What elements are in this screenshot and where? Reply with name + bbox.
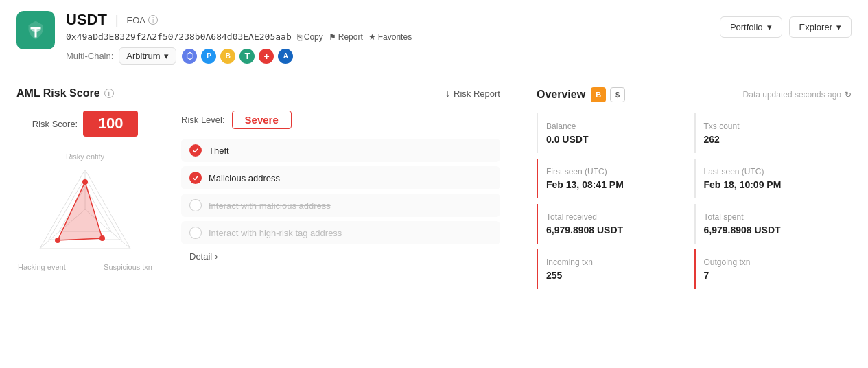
risk-row: Risk Score: 100 (16, 111, 500, 273)
risk-item-interact-high-risk: Interact with high-risk tag address (181, 221, 500, 244)
download-icon: ↓ (445, 88, 450, 99)
overview-header: Overview B $ Data updated seconds ago ↻ (537, 87, 852, 102)
total-received-value: 6,979.8908 USDT (546, 225, 694, 235)
chain-chevron-icon: ▾ (164, 51, 169, 61)
risk-score-label-row: Risk Score: 100 (32, 111, 138, 137)
incoming-txn-value: 255 (546, 270, 694, 281)
radar-chart: Risky entity Hacking event Suspicious tx… (16, 149, 154, 273)
svg-point-8 (82, 179, 88, 185)
chain-icons-list: ⬡ P B T + A (182, 49, 293, 64)
last-seen-value: Feb 18, 10:09 PM (704, 179, 852, 190)
outgoing-txn-value: 7 (704, 270, 852, 281)
chain-selected-value: Arbitrum (126, 51, 160, 61)
aml-section: AML Risk Score i ↓ Risk Report Risk Scor… (16, 87, 517, 295)
total-spent-value: 6,979.8908 USDT (704, 225, 852, 235)
star-icon: ★ (368, 32, 376, 42)
chain-row: Multi-Chain: Arbitrum ▾ ⬡ P B T + (66, 47, 412, 65)
bnb-icon[interactable]: B (220, 49, 235, 64)
total-spent-label: Total spent (704, 212, 852, 222)
portfolio-chevron-icon: ▾ (767, 22, 772, 32)
header-left: USDT | EOA i 0x49aDd3E8329f2A2f507238b0A… (16, 11, 412, 65)
stat-total-received: Total received 6,979.8908 USDT (537, 204, 694, 244)
svg-marker-7 (58, 182, 102, 240)
stat-incoming-txn: Incoming txn 255 (537, 249, 694, 289)
overview-section: Overview B $ Data updated seconds ago ↻ … (517, 87, 852, 295)
portfolio-button[interactable]: Portfolio ▾ (720, 16, 782, 38)
eoa-info-icon[interactable]: i (148, 15, 158, 25)
stats-grid: Balance 0.0 USDT Txs count 262 First see… (537, 113, 852, 295)
aml-info-icon[interactable]: i (104, 89, 114, 98)
detail-chevron-icon: › (215, 251, 218, 262)
refresh-icon[interactable]: ↻ (845, 90, 852, 100)
svg-point-10 (99, 235, 105, 241)
blue-chain-icon[interactable]: A (278, 49, 293, 64)
address-row: 0x49aDd3E8329f2A2f507238b0A684d03EAE205a… (66, 32, 412, 42)
tron-icon[interactable]: T (239, 49, 255, 64)
outgoing-txn-label: Outgoing txn (704, 257, 852, 267)
risk-level-value: Severe (232, 111, 292, 129)
copy-icon: ⎘ (297, 32, 302, 42)
copy-button[interactable]: ⎘ Copy (297, 32, 323, 42)
malicious-active-icon (189, 172, 202, 184)
stat-txs-count: Txs count 262 (694, 113, 852, 153)
explorer-button[interactable]: Explorer ▾ (789, 16, 852, 38)
risk-score-value: 100 (83, 111, 138, 137)
malicious-label: Malicious address (209, 173, 280, 183)
report-icon: ⚑ (329, 32, 336, 42)
chain-label: Multi-Chain: (66, 51, 113, 61)
usd-badge[interactable]: $ (610, 87, 625, 102)
radar-label-top: Risky entity (66, 152, 104, 161)
risk-item-malicious: Malicious address (181, 166, 500, 189)
stat-outgoing-txn: Outgoing txn 7 (694, 249, 852, 289)
btc-badge[interactable]: B (591, 87, 606, 102)
token-name: USDT (66, 11, 107, 29)
interact-malicious-label: Interact with malicious address (209, 200, 331, 211)
overview-badges: B $ (591, 87, 625, 102)
stat-last-seen: Last seen (UTC) Feb 18, 10:09 PM (694, 159, 852, 198)
svg-point-0 (32, 29, 40, 32)
risk-items-list: Theft Malicious address Interact with ma… (181, 139, 500, 244)
first-seen-value: Feb 13, 08:41 PM (546, 179, 694, 190)
balance-label: Balance (546, 122, 694, 131)
stat-total-spent: Total spent 6,979.8908 USDT (694, 204, 852, 244)
risk-report-button[interactable]: ↓ Risk Report (445, 88, 500, 99)
red-chain-icon[interactable]: + (259, 49, 274, 64)
interact-high-risk-label: Interact with high-risk tag address (209, 228, 342, 238)
header: USDT | EOA i 0x49aDd3E8329f2A2f507238b0A… (0, 0, 868, 73)
wallet-address: 0x49aDd3E8329f2A2f507238b0A684d03EAE205a… (66, 32, 292, 42)
risk-level-row: Risk Level: Severe (181, 111, 500, 129)
tether-logo (16, 11, 55, 49)
favorites-button[interactable]: ★ Favorites (368, 32, 412, 42)
aml-section-title: AML Risk Score i (16, 87, 114, 100)
theft-active-icon (189, 144, 202, 157)
updated-text: Data updated seconds ago ↻ (743, 90, 852, 100)
theft-label: Theft (209, 146, 229, 156)
risk-item-interact-malicious: Interact with malicious address (181, 194, 500, 217)
header-info: USDT | EOA i 0x49aDd3E8329f2A2f507238b0A… (66, 11, 412, 65)
risk-item-theft: Theft (181, 139, 500, 162)
txs-count-label: Txs count (704, 122, 852, 131)
first-seen-label: First seen (UTC) (546, 167, 694, 176)
explorer-chevron-icon: ▾ (836, 22, 841, 32)
detail-button[interactable]: Detail › (181, 251, 500, 262)
overview-title: Overview B $ (537, 87, 625, 102)
ethereum-icon[interactable]: ⬡ (182, 49, 197, 64)
report-button[interactable]: ⚑ Report (329, 32, 363, 42)
risk-detail: Risk Level: Severe Theft (181, 111, 500, 262)
balance-value: 0.0 USDT (546, 134, 694, 145)
risk-score-block: Risk Score: 100 (16, 111, 154, 273)
polygon-blue-icon[interactable]: P (201, 49, 216, 64)
txs-count-value: 262 (704, 134, 852, 145)
radar-label-bottom-right: Suspicious txn (104, 263, 152, 271)
eoa-badge: EOA i (127, 15, 158, 25)
main-content: AML Risk Score i ↓ Risk Report Risk Scor… (0, 73, 868, 308)
svg-point-9 (55, 238, 60, 243)
aml-section-header: AML Risk Score i ↓ Risk Report (16, 87, 500, 100)
interact-malicious-empty-icon (189, 199, 202, 211)
radar-svg (16, 149, 154, 273)
chain-selector[interactable]: Arbitrum ▾ (119, 47, 176, 65)
radar-label-bottom-left: Hacking event (18, 263, 66, 271)
total-received-label: Total received (546, 212, 694, 222)
last-seen-label: Last seen (UTC) (704, 167, 852, 176)
header-right: Portfolio ▾ Explorer ▾ (720, 11, 852, 38)
